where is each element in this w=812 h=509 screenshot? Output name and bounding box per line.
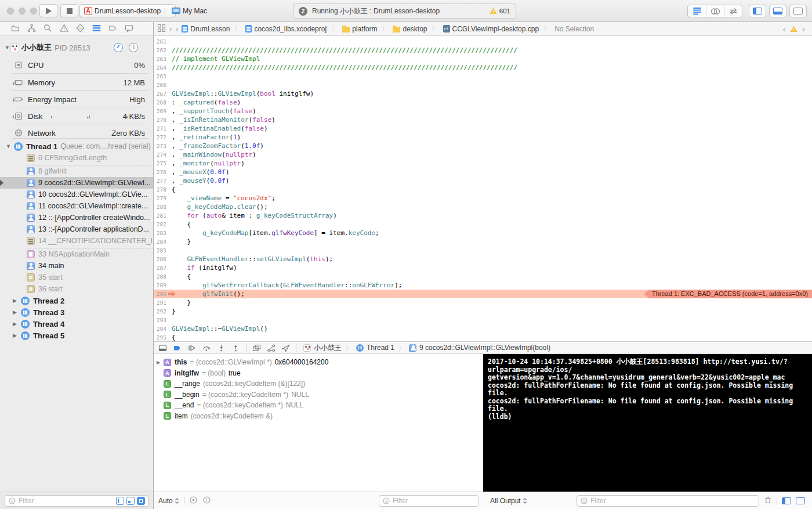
- breakpoints-toggle-button[interactable]: [173, 344, 182, 352]
- code-line[interactable]: 280 g_keyCodeMap.clear();: [154, 203, 812, 211]
- variables-scope-select[interactable]: Auto: [158, 497, 179, 505]
- report-navigator-icon[interactable]: [124, 23, 134, 35]
- code-line[interactable]: 283 g_keyCodeMap[item.glfwKeyCode] = ite…: [154, 229, 812, 237]
- debug-view-hierarchy-button[interactable]: [252, 344, 261, 352]
- memory-toggle-icon[interactable]: [129, 43, 138, 52]
- code-line[interactable]: 271, _isRetinaEnabled(false): [154, 124, 812, 133]
- find-navigator-icon[interactable]: [43, 23, 53, 35]
- step-into-button[interactable]: [217, 344, 226, 352]
- variable-row[interactable]: L__begin= (cocos2d::keyCodeItem *)NULL: [154, 389, 483, 400]
- disclosure-icon[interactable]: ▶: [13, 321, 19, 327]
- disclosure-icon[interactable]: ▼: [6, 143, 12, 149]
- code-line[interactable]: 288 {: [154, 272, 812, 281]
- console-scope-select[interactable]: All Output: [490, 497, 527, 505]
- console-filter-field[interactable]: Filter: [577, 495, 759, 507]
- toggle-variables-view-button[interactable]: [782, 497, 791, 504]
- scheme-name[interactable]: DrumLesson-desktop: [95, 7, 161, 15]
- code-line[interactable]: 285: [154, 246, 812, 255]
- close-window-button[interactable]: [7, 8, 14, 15]
- code-line[interactable]: 274, _mainWindow(nullptr): [154, 150, 812, 159]
- disclosure-icon[interactable]: ▶: [13, 298, 19, 304]
- stack-frame[interactable]: 12 ::-[AppController createWindo...: [0, 212, 153, 223]
- project-navigator-icon[interactable]: [10, 23, 20, 35]
- memory-gauge-row[interactable]: Memory12 MB: [0, 77, 153, 88]
- code-line[interactable]: 276, _mouseX(0.0f): [154, 168, 812, 176]
- code-line[interactable]: 270, _isInRetinaMonitor(false): [154, 115, 812, 124]
- code-line[interactable]: 289 glfwSetErrorCallback(GLFWEventHandle…: [154, 281, 812, 290]
- code-line[interactable]: 290 glfwInit();Thread 1: EXC_BAD_ACCESS …: [154, 290, 812, 298]
- disclosure-icon[interactable]: ▶: [157, 360, 160, 365]
- breadcrumb-project[interactable]: DrumLesson: [182, 25, 230, 33]
- run-button[interactable]: [39, 4, 57, 17]
- hide-debug-area-button[interactable]: [158, 344, 167, 352]
- zoom-window-button[interactable]: [30, 8, 37, 15]
- code-line[interactable]: 294GLViewImpl::~GLViewImpl(): [154, 324, 812, 333]
- stack-frame[interactable]: 8 glfwInit: [0, 165, 153, 177]
- thread-row[interactable]: ▶Thread 3: [0, 306, 153, 318]
- code-line[interactable]: 268: _captured(false): [154, 98, 812, 107]
- code-editor[interactable]: 261262//////////////////////////////////…: [154, 36, 812, 341]
- network-gauge-row[interactable]: NetworkZero KB/s: [0, 127, 153, 139]
- code-line[interactable]: 275, _monitor(nullptr): [154, 159, 812, 168]
- process-row[interactable]: ▼ 小小鼓王 PID 28513: [0, 42, 153, 53]
- previous-issue-button[interactable]: ‹: [783, 24, 786, 34]
- stack-frame[interactable]: 14 __CFNOTIFICATIONCENTER_I...: [0, 235, 153, 247]
- code-line[interactable]: 264/////////////////////////////////////…: [154, 63, 812, 72]
- code-line[interactable]: 262/////////////////////////////////////…: [154, 46, 812, 55]
- issue-navigator-icon[interactable]: [59, 23, 69, 35]
- variable-row[interactable]: L__end= (cocos2d::keyCodeItem *)NULL: [154, 400, 483, 411]
- cpu-gauge-row[interactable]: CPU0%: [0, 59, 153, 71]
- variable-row[interactable]: L__range(cocos2d::keyCodeItem (&)[122]): [154, 378, 483, 389]
- debug-navigator-icon[interactable]: [92, 24, 102, 34]
- quicklook-icon[interactable]: [189, 496, 198, 506]
- step-over-button[interactable]: [202, 344, 211, 352]
- code-line[interactable]: 279 _viewName = "cocos2dx";: [154, 194, 812, 203]
- stack-frame[interactable]: 10 cocos2d::GLViewImpl::GLVie...: [0, 189, 153, 200]
- stack-frame[interactable]: 11 cocos2d::GLViewImpl::create...: [0, 200, 153, 212]
- disclosure-icon[interactable]: ▼: [5, 45, 10, 50]
- breadcrumb-selection[interactable]: No Selection: [554, 25, 594, 33]
- disclosure-icon[interactable]: ▶: [13, 309, 19, 315]
- code-line[interactable]: 263// implement GLViewImpl: [154, 55, 812, 63]
- console-output[interactable]: 2017-10-24 10:14:37.349825+0800 小小鼓王[285…: [483, 354, 812, 492]
- code-line[interactable]: 295{: [154, 333, 812, 341]
- code-line[interactable]: 261: [154, 37, 812, 46]
- disclosure-icon[interactable]: ▶: [13, 333, 19, 338]
- version-editor-button[interactable]: [724, 5, 742, 17]
- toggle-debug-area-button[interactable]: [769, 5, 786, 17]
- clear-console-button[interactable]: [764, 496, 772, 506]
- simulate-location-button[interactable]: [281, 344, 290, 352]
- gauge-toggle-icon[interactable]: [114, 43, 123, 52]
- next-issue-button[interactable]: ›: [802, 24, 805, 34]
- stack-frame[interactable]: 0 CFStringGetLength: [0, 152, 153, 164]
- breadcrumb-platform[interactable]: platform: [342, 25, 377, 33]
- crashed-threads-filter-icon[interactable]: [137, 497, 145, 505]
- stack-frame[interactable]: 33 NSApplicationMain: [0, 248, 153, 260]
- continue-button[interactable]: [187, 344, 196, 352]
- code-line[interactable]: 272, _retinaFactor(1): [154, 133, 812, 142]
- forward-button[interactable]: ›: [176, 24, 179, 34]
- minimize-window-button[interactable]: [19, 8, 26, 15]
- stack-frame[interactable]: 35 start: [0, 272, 153, 283]
- step-out-button[interactable]: [231, 344, 240, 352]
- info-icon[interactable]: [202, 496, 211, 506]
- code-line[interactable]: 273, _frameZoomFactor(1.0f): [154, 142, 812, 150]
- thread-row[interactable]: ▶Thread 2: [0, 295, 153, 306]
- stack-frame[interactable]: 13 ::-[AppController applicationD...: [0, 223, 153, 235]
- code-line[interactable]: 269, _supportTouch(false): [154, 107, 812, 115]
- window-controls[interactable]: [7, 8, 37, 15]
- code-line[interactable]: 278{: [154, 185, 812, 194]
- thread-1-row[interactable]: ▼ Thread 1 Queue: com....hread (serial): [0, 140, 153, 152]
- code-line[interactable]: 287 if (initglfw): [154, 263, 812, 272]
- thread-row[interactable]: ▶Thread 5: [0, 330, 153, 341]
- breadcrumb-xcodeproj[interactable]: cocos2d_libs.xcodeproj: [245, 25, 327, 33]
- code-line[interactable]: 282 {: [154, 220, 812, 229]
- stop-button[interactable]: [60, 4, 78, 17]
- scheme-selector[interactable]: A DrumLesson-desktop 〉 My Mac: [79, 4, 176, 17]
- breadcrumb-file[interactable]: c+CCGLViewImpl-desktop.cpp: [443, 25, 539, 33]
- stack-frame[interactable]: 36 start: [0, 283, 153, 295]
- code-line[interactable]: 293: [154, 316, 812, 324]
- thread-row[interactable]: ▶Thread 4: [0, 318, 153, 330]
- breadcrumb-desktop[interactable]: desktop: [393, 25, 427, 33]
- warning-count[interactable]: 601: [490, 8, 510, 15]
